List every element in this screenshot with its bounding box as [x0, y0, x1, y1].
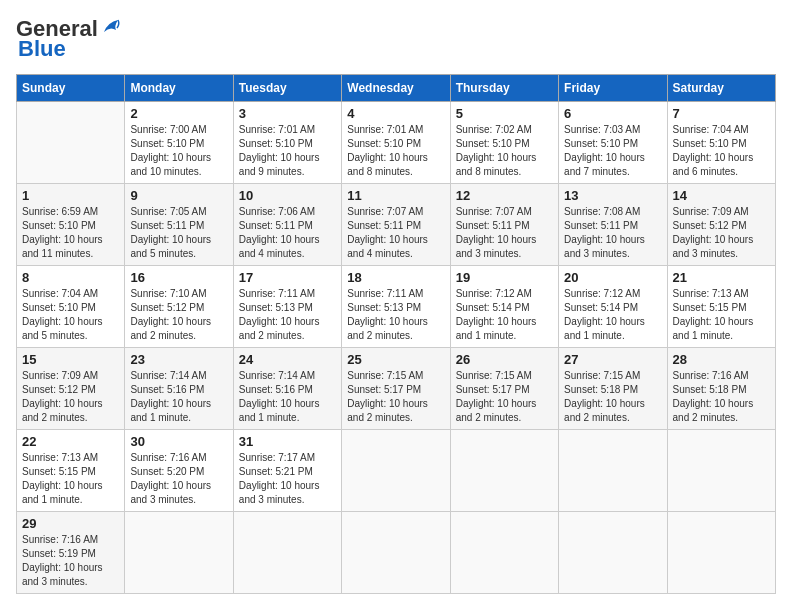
day-number: 23	[130, 352, 227, 367]
day-info: Sunrise: 7:17 AM Sunset: 5:21 PM Dayligh…	[239, 451, 336, 507]
day-number: 15	[22, 352, 119, 367]
day-info: Sunrise: 7:13 AM Sunset: 5:15 PM Dayligh…	[22, 451, 119, 507]
day-number: 13	[564, 188, 661, 203]
calendar-cell: 19Sunrise: 7:12 AM Sunset: 5:14 PM Dayli…	[450, 266, 558, 348]
calendar-table: SundayMondayTuesdayWednesdayThursdayFrid…	[16, 74, 776, 594]
day-info: Sunrise: 7:14 AM Sunset: 5:16 PM Dayligh…	[130, 369, 227, 425]
day-number: 17	[239, 270, 336, 285]
day-number: 25	[347, 352, 444, 367]
day-info: Sunrise: 7:16 AM Sunset: 5:19 PM Dayligh…	[22, 533, 119, 589]
calendar-cell: 17Sunrise: 7:11 AM Sunset: 5:13 PM Dayli…	[233, 266, 341, 348]
day-info: Sunrise: 6:59 AM Sunset: 5:10 PM Dayligh…	[22, 205, 119, 261]
day-info: Sunrise: 7:09 AM Sunset: 5:12 PM Dayligh…	[22, 369, 119, 425]
day-number: 18	[347, 270, 444, 285]
day-number: 19	[456, 270, 553, 285]
calendar-cell: 1Sunrise: 6:59 AM Sunset: 5:10 PM Daylig…	[17, 184, 125, 266]
day-number: 9	[130, 188, 227, 203]
calendar-cell: 3Sunrise: 7:01 AM Sunset: 5:10 PM Daylig…	[233, 102, 341, 184]
calendar-cell	[450, 430, 558, 512]
calendar-cell: 12Sunrise: 7:07 AM Sunset: 5:11 PM Dayli…	[450, 184, 558, 266]
day-number: 5	[456, 106, 553, 121]
day-info: Sunrise: 7:02 AM Sunset: 5:10 PM Dayligh…	[456, 123, 553, 179]
calendar-cell: 14Sunrise: 7:09 AM Sunset: 5:12 PM Dayli…	[667, 184, 775, 266]
logo-bird-icon	[100, 18, 122, 36]
day-number: 28	[673, 352, 770, 367]
day-number: 26	[456, 352, 553, 367]
day-info: Sunrise: 7:11 AM Sunset: 5:13 PM Dayligh…	[347, 287, 444, 343]
calendar-cell: 21Sunrise: 7:13 AM Sunset: 5:15 PM Dayli…	[667, 266, 775, 348]
col-header-wednesday: Wednesday	[342, 75, 450, 102]
col-header-sunday: Sunday	[17, 75, 125, 102]
day-info: Sunrise: 7:14 AM Sunset: 5:16 PM Dayligh…	[239, 369, 336, 425]
calendar-cell: 2Sunrise: 7:00 AM Sunset: 5:10 PM Daylig…	[125, 102, 233, 184]
logo-blue: Blue	[18, 36, 66, 62]
col-header-thursday: Thursday	[450, 75, 558, 102]
col-header-friday: Friday	[559, 75, 667, 102]
calendar-cell: 15Sunrise: 7:09 AM Sunset: 5:12 PM Dayli…	[17, 348, 125, 430]
day-number: 1	[22, 188, 119, 203]
day-number: 29	[22, 516, 119, 531]
calendar-cell: 5Sunrise: 7:02 AM Sunset: 5:10 PM Daylig…	[450, 102, 558, 184]
calendar-cell: 18Sunrise: 7:11 AM Sunset: 5:13 PM Dayli…	[342, 266, 450, 348]
calendar-cell: 27Sunrise: 7:15 AM Sunset: 5:18 PM Dayli…	[559, 348, 667, 430]
calendar-cell: 7Sunrise: 7:04 AM Sunset: 5:10 PM Daylig…	[667, 102, 775, 184]
day-info: Sunrise: 7:05 AM Sunset: 5:11 PM Dayligh…	[130, 205, 227, 261]
day-info: Sunrise: 7:12 AM Sunset: 5:14 PM Dayligh…	[564, 287, 661, 343]
calendar-cell	[667, 512, 775, 594]
day-number: 6	[564, 106, 661, 121]
calendar-cell: 20Sunrise: 7:12 AM Sunset: 5:14 PM Dayli…	[559, 266, 667, 348]
day-number: 7	[673, 106, 770, 121]
day-info: Sunrise: 7:10 AM Sunset: 5:12 PM Dayligh…	[130, 287, 227, 343]
day-number: 21	[673, 270, 770, 285]
calendar-cell	[667, 430, 775, 512]
calendar-cell	[450, 512, 558, 594]
day-info: Sunrise: 7:06 AM Sunset: 5:11 PM Dayligh…	[239, 205, 336, 261]
day-info: Sunrise: 7:15 AM Sunset: 5:17 PM Dayligh…	[347, 369, 444, 425]
calendar-cell: 29Sunrise: 7:16 AM Sunset: 5:19 PM Dayli…	[17, 512, 125, 594]
day-number: 8	[22, 270, 119, 285]
day-number: 10	[239, 188, 336, 203]
calendar-cell: 25Sunrise: 7:15 AM Sunset: 5:17 PM Dayli…	[342, 348, 450, 430]
calendar-cell: 6Sunrise: 7:03 AM Sunset: 5:10 PM Daylig…	[559, 102, 667, 184]
calendar-cell	[559, 430, 667, 512]
day-number: 22	[22, 434, 119, 449]
day-info: Sunrise: 7:01 AM Sunset: 5:10 PM Dayligh…	[347, 123, 444, 179]
day-number: 11	[347, 188, 444, 203]
day-info: Sunrise: 7:08 AM Sunset: 5:11 PM Dayligh…	[564, 205, 661, 261]
day-info: Sunrise: 7:07 AM Sunset: 5:11 PM Dayligh…	[456, 205, 553, 261]
calendar-cell: 30Sunrise: 7:16 AM Sunset: 5:20 PM Dayli…	[125, 430, 233, 512]
day-number: 2	[130, 106, 227, 121]
day-info: Sunrise: 7:01 AM Sunset: 5:10 PM Dayligh…	[239, 123, 336, 179]
calendar-cell	[559, 512, 667, 594]
day-info: Sunrise: 7:04 AM Sunset: 5:10 PM Dayligh…	[673, 123, 770, 179]
day-info: Sunrise: 7:16 AM Sunset: 5:20 PM Dayligh…	[130, 451, 227, 507]
calendar-cell: 9Sunrise: 7:05 AM Sunset: 5:11 PM Daylig…	[125, 184, 233, 266]
calendar-cell	[17, 102, 125, 184]
day-number: 4	[347, 106, 444, 121]
calendar-cell: 23Sunrise: 7:14 AM Sunset: 5:16 PM Dayli…	[125, 348, 233, 430]
col-header-monday: Monday	[125, 75, 233, 102]
day-number: 30	[130, 434, 227, 449]
day-info: Sunrise: 7:03 AM Sunset: 5:10 PM Dayligh…	[564, 123, 661, 179]
calendar-cell: 16Sunrise: 7:10 AM Sunset: 5:12 PM Dayli…	[125, 266, 233, 348]
day-number: 20	[564, 270, 661, 285]
day-info: Sunrise: 7:15 AM Sunset: 5:17 PM Dayligh…	[456, 369, 553, 425]
calendar-cell	[125, 512, 233, 594]
calendar-cell: 31Sunrise: 7:17 AM Sunset: 5:21 PM Dayli…	[233, 430, 341, 512]
day-info: Sunrise: 7:11 AM Sunset: 5:13 PM Dayligh…	[239, 287, 336, 343]
calendar-cell: 24Sunrise: 7:14 AM Sunset: 5:16 PM Dayli…	[233, 348, 341, 430]
calendar-cell	[342, 430, 450, 512]
day-number: 3	[239, 106, 336, 121]
calendar-cell: 10Sunrise: 7:06 AM Sunset: 5:11 PM Dayli…	[233, 184, 341, 266]
col-header-tuesday: Tuesday	[233, 75, 341, 102]
calendar-cell	[233, 512, 341, 594]
day-info: Sunrise: 7:13 AM Sunset: 5:15 PM Dayligh…	[673, 287, 770, 343]
calendar-cell: 26Sunrise: 7:15 AM Sunset: 5:17 PM Dayli…	[450, 348, 558, 430]
day-info: Sunrise: 7:09 AM Sunset: 5:12 PM Dayligh…	[673, 205, 770, 261]
logo: General Blue	[16, 16, 122, 62]
calendar-cell: 13Sunrise: 7:08 AM Sunset: 5:11 PM Dayli…	[559, 184, 667, 266]
day-number: 14	[673, 188, 770, 203]
day-info: Sunrise: 7:12 AM Sunset: 5:14 PM Dayligh…	[456, 287, 553, 343]
day-number: 24	[239, 352, 336, 367]
day-info: Sunrise: 7:00 AM Sunset: 5:10 PM Dayligh…	[130, 123, 227, 179]
